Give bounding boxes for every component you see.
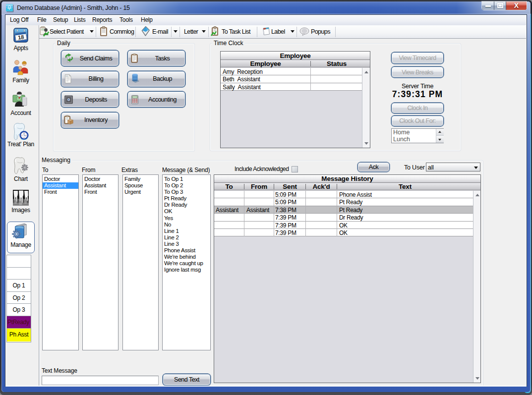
svg-text:18: 18 xyxy=(17,34,24,41)
